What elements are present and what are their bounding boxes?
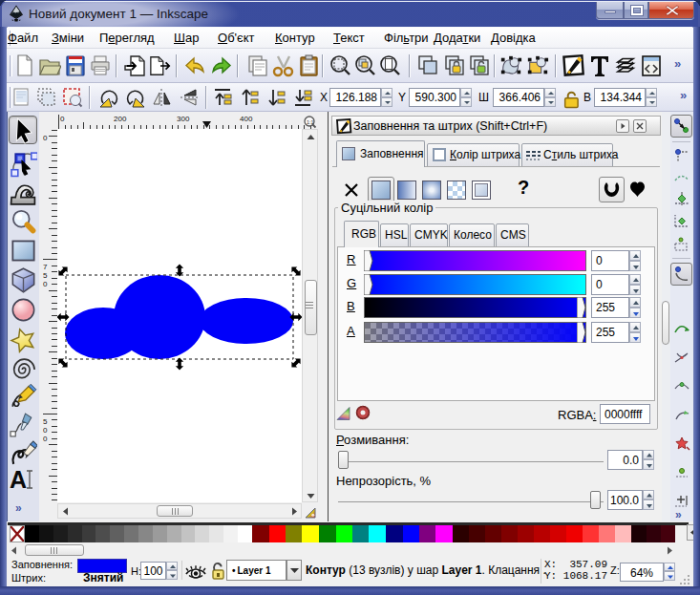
svg-text:1:1: 1:1	[307, 119, 314, 125]
